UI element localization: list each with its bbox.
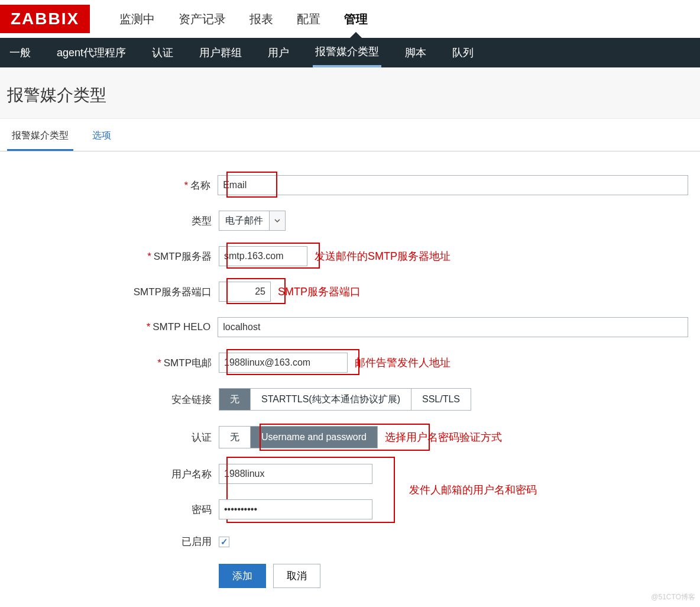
subnav-users[interactable]: 用户 <box>265 38 291 67</box>
subnav-proxies[interactable]: agent代理程序 <box>54 38 128 67</box>
topnav-admin[interactable]: 管理 <box>344 11 368 27</box>
auth-radio-group: 无 Username and password <box>219 426 378 448</box>
smtp-email-input[interactable] <box>219 353 348 373</box>
chevron-down-icon[interactable] <box>269 211 285 230</box>
row-type: 类型 电子邮件 <box>12 211 688 231</box>
row-smtp-port: SMTP服务器端口 SMTP服务器端口 <box>12 282 688 302</box>
auth-option-none[interactable]: 无 <box>219 427 251 448</box>
smtp-helo-input[interactable] <box>218 317 688 337</box>
smtp-port-input[interactable] <box>219 282 271 302</box>
subnav-queue[interactable]: 队列 <box>450 38 476 67</box>
row-auth: 认证 无 Username and password 选择用户名密码验证方式 <box>12 426 688 448</box>
security-radio-group: 无 STARTTLS(纯文本通信协议扩展) SSL/TLS <box>219 388 471 411</box>
tab-options[interactable]: 选项 <box>88 119 116 151</box>
label-type: 类型 <box>12 214 219 228</box>
label-smtp-email: *SMTP电邮 <box>12 356 219 370</box>
username-input[interactable] <box>219 464 372 484</box>
note-smtp-email: 邮件告警发件人地址 <box>355 356 451 370</box>
row-smtp-email: *SMTP电邮 邮件告警发件人地址 <box>12 353 688 373</box>
topnav-config[interactable]: 配置 <box>297 11 320 27</box>
subnav-groups[interactable]: 用户群组 <box>197 38 244 67</box>
password-input[interactable] <box>219 499 372 519</box>
caret-down-icon <box>350 32 362 38</box>
enabled-checkbox[interactable] <box>219 537 229 547</box>
security-option-starttls[interactable]: STARTTLS(纯文本通信协议扩展) <box>251 389 411 410</box>
label-smtp-port: SMTP服务器端口 <box>12 285 219 299</box>
topnav-inventory[interactable]: 资产记录 <box>179 11 226 27</box>
note-smtp-port: SMTP服务器端口 <box>278 285 361 299</box>
subnav-scripts[interactable]: 脚本 <box>403 38 429 67</box>
label-name: *名称 <box>12 179 218 192</box>
label-smtp-server: *SMTP服务器 <box>12 250 219 263</box>
type-select[interactable]: 电子邮件 <box>219 211 286 231</box>
auth-option-userpass[interactable]: Username and password <box>251 427 377 448</box>
security-option-ssltls[interactable]: SSL/TLS <box>411 389 471 410</box>
page-title: 报警媒介类型 <box>0 67 700 118</box>
label-password: 密码 <box>12 503 219 516</box>
topnav-reports[interactable]: 报表 <box>249 11 273 27</box>
label-enabled: 已启用 <box>12 535 219 548</box>
label-security: 安全链接 <box>12 393 219 406</box>
row-username: 用户名称 发件人邮箱的用户名和密码 <box>12 464 688 484</box>
row-name: *名称 <box>12 175 688 195</box>
tab-media-type[interactable]: 报警媒介类型 <box>7 119 73 151</box>
content-tabs: 报警媒介类型 选项 <box>0 119 700 151</box>
content-panel: 报警媒介类型 选项 *名称 类型 电子邮件 *SMTP服务器 发送邮件的SMTP… <box>0 118 700 607</box>
cancel-button[interactable]: 取消 <box>273 564 320 588</box>
note-smtp-server: 发送邮件的SMTP服务器地址 <box>315 249 451 263</box>
subnav-media-types[interactable]: 报警媒介类型 <box>313 38 381 67</box>
name-input[interactable] <box>218 175 688 195</box>
security-option-none[interactable]: 无 <box>219 389 251 410</box>
subnav: 一般 agent代理程序 认证 用户群组 用户 报警媒介类型 脚本 队列 <box>0 38 700 67</box>
row-password: 密码 <box>12 499 688 519</box>
submit-button[interactable]: 添加 <box>219 564 266 588</box>
smtp-server-input[interactable] <box>219 246 307 266</box>
label-username: 用户名称 <box>12 467 219 481</box>
row-smtp-server: *SMTP服务器 发送邮件的SMTP服务器地址 <box>12 246 688 266</box>
subnav-auth[interactable]: 认证 <box>150 38 176 67</box>
brand-logo: ZABBIX <box>0 5 90 33</box>
form-area: *名称 类型 电子邮件 *SMTP服务器 发送邮件的SMTP服务器地址 SMTP… <box>0 151 700 607</box>
row-security: 安全链接 无 STARTTLS(纯文本通信协议扩展) SSL/TLS <box>12 388 688 411</box>
row-actions: 添加 取消 <box>12 564 688 588</box>
topnav-monitoring[interactable]: 监测中 <box>119 11 155 27</box>
note-credentials: 发件人邮箱的用户名和密码 <box>409 483 537 497</box>
watermark: @51CTO博客 <box>651 592 695 602</box>
label-auth: 认证 <box>12 431 219 444</box>
label-smtp-helo: *SMTP HELO <box>12 321 218 333</box>
row-smtp-helo: *SMTP HELO <box>12 317 688 337</box>
row-enabled: 已启用 <box>12 535 688 548</box>
subnav-general[interactable]: 一般 <box>7 38 33 67</box>
note-auth: 选择用户名密码验证方式 <box>385 430 502 444</box>
topbar: ZABBIX 监测中 资产记录 报表 配置 管理 <box>0 0 700 38</box>
